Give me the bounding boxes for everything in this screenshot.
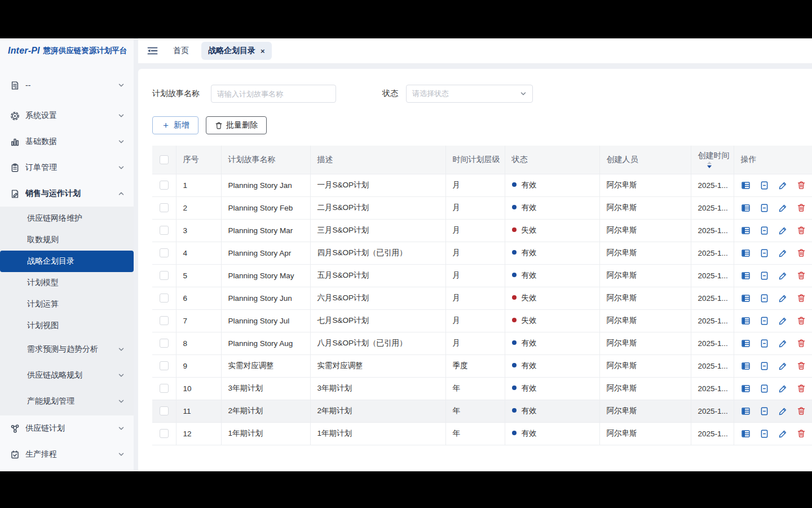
row-checkbox[interactable] xyxy=(160,339,169,348)
edit-icon[interactable] xyxy=(778,226,788,235)
edit-icon[interactable] xyxy=(778,203,788,213)
view-detail-icon[interactable] xyxy=(741,181,751,190)
sidebar-item-system-settings[interactable]: 系统设置 xyxy=(0,103,134,129)
view-detail-icon[interactable] xyxy=(741,226,751,235)
view-detail-icon[interactable] xyxy=(741,384,751,393)
copy-document-icon[interactable] xyxy=(760,429,769,439)
copy-document-icon[interactable] xyxy=(760,203,769,213)
sidebar-subitem[interactable]: 计划视图 xyxy=(0,315,134,336)
row-checkbox[interactable] xyxy=(160,226,169,235)
table-row: 103年期计划3年期计划年有效阿尔卑斯2025-1... xyxy=(152,377,812,400)
batch-delete-button[interactable]: 批量删除 xyxy=(206,116,267,134)
copy-document-icon[interactable] xyxy=(760,248,769,258)
sidebar-subitem[interactable]: 产能规划管理 xyxy=(0,388,134,414)
sidebar-subitem[interactable]: 战略企划目录 xyxy=(0,251,134,272)
menu-fold-icon[interactable] xyxy=(147,46,158,56)
delete-icon[interactable] xyxy=(797,361,806,370)
header-name: 计划故事名称 xyxy=(221,146,310,174)
sidebar-item-supply-chain-plan[interactable]: 供应链计划 xyxy=(0,415,134,441)
copy-document-icon[interactable] xyxy=(760,406,769,416)
delete-icon[interactable] xyxy=(797,316,806,325)
edit-icon[interactable] xyxy=(778,316,788,326)
delete-icon[interactable] xyxy=(797,294,806,303)
edit-icon[interactable] xyxy=(778,429,788,439)
delete-icon[interactable] xyxy=(797,429,806,438)
sort-icon[interactable] xyxy=(706,161,713,168)
copy-document-icon[interactable] xyxy=(760,181,769,190)
sidebar-subitem-label: 计划视图 xyxy=(27,321,125,331)
row-checkbox[interactable] xyxy=(160,203,169,212)
view-detail-icon[interactable] xyxy=(741,361,751,371)
table-row: 9实需对应调整实需对应调整季度有效阿尔卑斯2025-1... xyxy=(152,354,812,377)
view-detail-icon[interactable] xyxy=(741,248,751,258)
status-dot xyxy=(512,250,517,255)
header-created[interactable]: 创建时间 xyxy=(691,146,734,174)
row-checkbox[interactable] xyxy=(160,361,169,370)
delete-icon[interactable] xyxy=(797,248,806,257)
cell-level: 月 xyxy=(445,264,505,287)
main-area: 首页 战略企划目录 × 计划故事名称 状态 请选择状态 xyxy=(134,38,812,471)
row-checkbox[interactable] xyxy=(160,429,169,438)
sidebar-subitem[interactable]: 计划运算 xyxy=(0,294,134,315)
cell-level: 月 xyxy=(445,242,505,264)
delete-icon[interactable] xyxy=(797,384,806,393)
table-row: 121年期计划1年期计划年有效阿尔卑斯2025-1... xyxy=(152,422,812,445)
sidebar-subitem[interactable]: 需求预测与趋势分析 xyxy=(0,336,134,362)
row-checkbox[interactable] xyxy=(160,316,169,325)
copy-document-icon[interactable] xyxy=(760,226,769,235)
cell-status: 失效 xyxy=(505,287,599,309)
edit-icon[interactable] xyxy=(778,339,788,348)
copy-document-icon[interactable] xyxy=(760,271,769,281)
add-button[interactable]: ＋ 新增 xyxy=(152,116,198,134)
cell-creator: 阿尔卑斯 xyxy=(599,377,691,400)
edit-icon[interactable] xyxy=(778,181,788,190)
edit-icon[interactable] xyxy=(778,361,788,371)
copy-document-icon[interactable] xyxy=(760,294,769,303)
sidebar-item-order-management[interactable]: 订单管理 xyxy=(0,155,134,181)
delete-icon[interactable] xyxy=(797,226,806,235)
close-icon[interactable]: × xyxy=(261,47,265,55)
view-detail-icon[interactable] xyxy=(741,429,751,439)
delete-icon[interactable] xyxy=(797,181,806,190)
copy-document-icon[interactable] xyxy=(760,316,769,326)
edit-icon[interactable] xyxy=(778,384,788,393)
sidebar-subitem[interactable]: 取数规则 xyxy=(0,229,134,251)
edit-icon[interactable] xyxy=(778,271,788,281)
edit-icon[interactable] xyxy=(778,294,788,303)
view-detail-icon[interactable] xyxy=(741,316,751,326)
edit-icon[interactable] xyxy=(778,248,788,258)
delete-icon[interactable] xyxy=(797,406,806,415)
view-detail-icon[interactable] xyxy=(741,203,751,213)
sidebar-item-base-data[interactable]: 基础数据 xyxy=(0,129,134,155)
view-detail-icon[interactable] xyxy=(741,294,751,303)
copy-document-icon[interactable] xyxy=(760,384,769,393)
row-checkbox[interactable] xyxy=(160,384,169,393)
sidebar-subitem[interactable]: 供应链网络维护 xyxy=(0,208,134,229)
cell-index: 10 xyxy=(176,377,221,400)
select-all-checkbox[interactable] xyxy=(160,155,169,164)
row-checkbox[interactable] xyxy=(160,406,169,415)
delete-icon[interactable] xyxy=(797,339,806,348)
view-detail-icon[interactable] xyxy=(741,339,751,348)
delete-icon[interactable] xyxy=(797,271,806,280)
delete-icon[interactable] xyxy=(797,203,806,212)
status-dot xyxy=(512,295,517,300)
copy-document-icon[interactable] xyxy=(760,361,769,371)
sidebar-item-collapsed[interactable]: -- xyxy=(0,72,134,98)
view-detail-icon[interactable] xyxy=(741,406,751,416)
row-checkbox[interactable] xyxy=(160,248,169,257)
plan-story-name-input[interactable] xyxy=(211,85,336,103)
sidebar-item-production-scheduling[interactable]: 生产排程 xyxy=(0,441,134,467)
sidebar-item-sop[interactable]: 销售与运作计划 xyxy=(0,181,134,207)
tab-home[interactable]: 首页 xyxy=(173,46,189,56)
view-detail-icon[interactable] xyxy=(741,271,751,281)
sidebar-subitem[interactable]: 供应链战略规划 xyxy=(0,362,134,388)
tab-strategic-catalog[interactable]: 战略企划目录 × xyxy=(201,42,272,60)
row-checkbox[interactable] xyxy=(160,294,169,303)
row-checkbox[interactable] xyxy=(160,181,169,190)
edit-icon[interactable] xyxy=(778,406,788,416)
row-checkbox[interactable] xyxy=(160,271,169,280)
status-select[interactable]: 请选择状态 xyxy=(406,85,533,103)
sidebar-subitem[interactable]: 计划模型 xyxy=(0,272,134,294)
copy-document-icon[interactable] xyxy=(760,339,769,348)
